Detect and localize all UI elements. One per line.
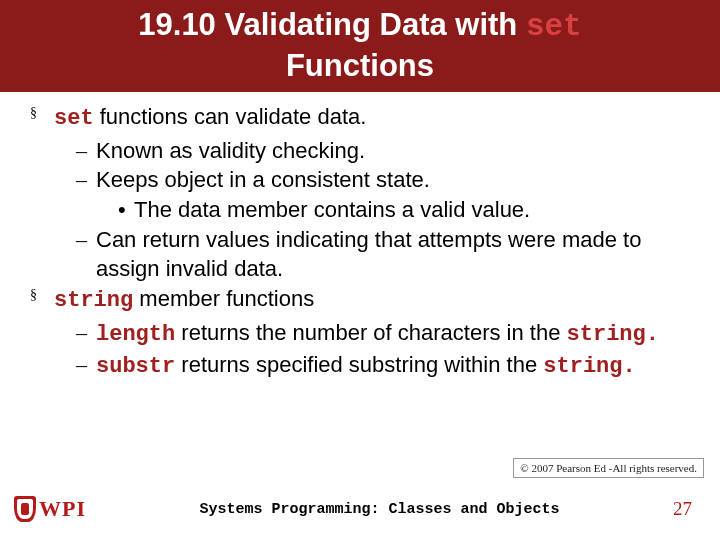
slide-title: 19.10 Validating Data with set Functions <box>0 0 720 92</box>
bullet-2a-mid: returns the number of characters in the <box>175 320 566 345</box>
bullet-1a: Known as validity checking. <box>22 136 698 166</box>
title-post: Functions <box>286 48 434 83</box>
bullet-1c: Can return values indicating that attemp… <box>22 225 698 284</box>
bullet-1-text: functions can validate data. <box>94 104 367 129</box>
keyword-length: length <box>96 322 175 347</box>
footer: WPI Systems Programming: Classes and Obj… <box>0 496 720 522</box>
dot-2a: . <box>646 322 659 347</box>
bullet-1b1: The data member contains a valid value. <box>22 195 698 225</box>
bullet-2b-mid: returns specified substring within the <box>175 352 543 377</box>
page-number: 27 <box>673 498 692 520</box>
logo-text: WPI <box>39 496 86 522</box>
keyword-string-2a: string <box>567 322 646 347</box>
title-keyword: set <box>526 9 582 44</box>
copyright-box: © 2007 Pearson Ed -All rights reserved. <box>513 458 704 478</box>
keyword-string-2b: string <box>543 354 622 379</box>
keyword-substr: substr <box>96 354 175 379</box>
bullet-1: set functions can validate data. <box>22 102 698 134</box>
bullet-2b: substr returns specified substring withi… <box>22 350 698 382</box>
footer-center-text: Systems Programming: Classes and Objects <box>86 501 673 518</box>
bullet-2: string member functions <box>22 284 698 316</box>
bullet-2a: length returns the number of characters … <box>22 318 698 350</box>
shield-icon <box>14 496 36 522</box>
keyword-set: set <box>54 106 94 131</box>
keyword-string: string <box>54 288 133 313</box>
bullet-1b: Keeps object in a consistent state. <box>22 165 698 195</box>
slide-body: set functions can validate data. Known a… <box>0 92 720 381</box>
wpi-logo: WPI <box>14 496 86 522</box>
bullet-2-text: member functions <box>133 286 314 311</box>
title-pre: 19.10 Validating Data with <box>138 7 526 42</box>
dot-2b: . <box>623 354 636 379</box>
